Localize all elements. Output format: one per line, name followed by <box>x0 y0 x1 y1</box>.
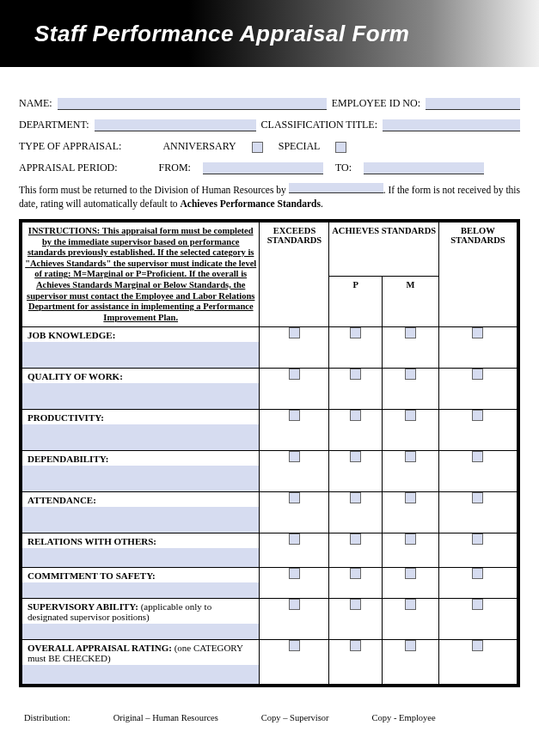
m-checkbox[interactable] <box>405 369 416 380</box>
department-label: DEPARTMENT: <box>19 119 89 131</box>
distribution-row: Distribution: Original – Human Resources… <box>0 687 539 740</box>
to-input[interactable] <box>364 162 484 174</box>
exceeds-checkbox[interactable] <box>289 492 300 503</box>
distribution-b: Copy – Supervisor <box>261 713 329 722</box>
below-checkbox[interactable] <box>472 599 483 610</box>
row-name: NAME: EMPLOYEE ID NO: <box>19 97 520 110</box>
category-title: OVERALL APPRAISAL RATING: <box>28 643 172 653</box>
category-title: RELATIONS WITH OTHERS: <box>28 536 156 546</box>
exceeds-checkbox[interactable] <box>289 568 300 579</box>
exceeds-checkbox[interactable] <box>289 327 300 338</box>
checkbox-cell <box>260 451 329 492</box>
p-checkbox[interactable] <box>350 327 361 338</box>
rating-row: COMMITMENT TO SAFETY: <box>21 568 518 599</box>
comment-field[interactable] <box>22 466 259 491</box>
special-checkbox[interactable] <box>335 142 346 153</box>
distribution-c: Copy - Employee <box>372 713 436 722</box>
checkbox-cell <box>329 599 383 640</box>
category-title: PRODUCTIVITY: <box>28 412 104 423</box>
below-checkbox[interactable] <box>472 369 483 380</box>
rating-row: RELATIONS WITH OTHERS: <box>21 533 518 568</box>
instructions-text: INSTRUCTIONS: This appraisal form must b… <box>25 226 256 322</box>
m-checkbox[interactable] <box>405 492 416 503</box>
comment-field[interactable] <box>22 624 259 639</box>
employee-id-input[interactable] <box>426 98 520 110</box>
classification-input[interactable] <box>383 119 520 131</box>
exceeds-checkbox[interactable] <box>289 640 300 651</box>
below-checkbox[interactable] <box>472 533 483 545</box>
anniversary-checkbox[interactable] <box>252 142 263 153</box>
below-checkbox[interactable] <box>472 410 483 421</box>
p-checkbox[interactable] <box>350 568 361 579</box>
comment-field[interactable] <box>22 383 259 409</box>
checkbox-cell <box>438 410 518 451</box>
m-checkbox[interactable] <box>405 640 416 651</box>
m-checkbox[interactable] <box>405 327 416 338</box>
m-checkbox[interactable] <box>405 451 416 462</box>
to-label: TO: <box>335 162 352 174</box>
rating-row: JOB KNOWLEDGE: <box>21 327 518 369</box>
checkbox-cell <box>260 533 329 568</box>
m-checkbox[interactable] <box>405 533 416 545</box>
p-checkbox[interactable] <box>350 492 361 503</box>
exceeds-checkbox[interactable] <box>289 369 300 380</box>
name-input[interactable] <box>58 98 327 110</box>
category-cell: ATTENDANCE: <box>21 492 260 533</box>
category-cell: COMMITMENT TO SAFETY: <box>21 568 260 599</box>
m-checkbox[interactable] <box>405 599 416 610</box>
below-checkbox[interactable] <box>472 451 483 462</box>
checkbox-cell <box>260 369 329 410</box>
checkbox-cell <box>438 492 518 533</box>
category-title: QUALITY OF WORK: <box>28 371 123 381</box>
exceeds-checkbox[interactable] <box>289 599 300 610</box>
department-input[interactable] <box>95 119 256 131</box>
exceeds-checkbox[interactable] <box>289 533 300 545</box>
checkbox-cell <box>260 410 329 451</box>
p-checkbox[interactable] <box>350 533 361 545</box>
exceeds-checkbox[interactable] <box>289 410 300 421</box>
header-p: P <box>329 276 383 327</box>
comment-field[interactable] <box>22 424 259 450</box>
comment-field[interactable] <box>22 507 259 533</box>
p-checkbox[interactable] <box>350 410 361 421</box>
p-checkbox[interactable] <box>350 640 361 651</box>
m-checkbox[interactable] <box>405 410 416 421</box>
category-title: DEPENDABILITY: <box>28 454 108 464</box>
comment-field[interactable] <box>22 548 259 567</box>
below-checkbox[interactable] <box>472 492 483 503</box>
below-checkbox[interactable] <box>472 327 483 338</box>
from-input[interactable] <box>203 162 323 174</box>
return-note: This form must be returned to the Divisi… <box>19 183 520 210</box>
checkbox-cell <box>383 599 439 640</box>
checkbox-cell <box>329 369 383 410</box>
checkbox-cell <box>329 533 383 568</box>
p-checkbox[interactable] <box>350 369 361 380</box>
category-cell: JOB KNOWLEDGE: <box>21 327 260 369</box>
classification-label: CLASSIFICATION TITLE: <box>261 119 377 131</box>
checkbox-cell <box>260 327 329 369</box>
comment-field[interactable] <box>22 665 259 684</box>
p-checkbox[interactable] <box>350 599 361 610</box>
below-checkbox[interactable] <box>472 640 483 651</box>
category-title: ATTENDANCE: <box>28 495 96 505</box>
rating-matrix: INSTRUCTIONS: This appraisal form must b… <box>19 219 520 687</box>
deadline-input[interactable] <box>289 183 383 193</box>
checkbox-cell <box>260 492 329 533</box>
row-period: APPRAISAL PERIOD: FROM: TO: <box>19 162 520 174</box>
m-checkbox[interactable] <box>405 568 416 579</box>
p-checkbox[interactable] <box>350 451 361 462</box>
comment-field[interactable] <box>22 342 259 368</box>
special-label: SPECIAL <box>279 140 321 153</box>
checkbox-cell <box>329 451 383 492</box>
exceeds-checkbox[interactable] <box>289 451 300 462</box>
checkbox-cell <box>260 640 329 686</box>
checkbox-cell <box>383 640 439 686</box>
category-title: JOB KNOWLEDGE: <box>28 330 115 340</box>
checkbox-cell <box>438 327 518 369</box>
comment-field[interactable] <box>22 582 259 598</box>
checkbox-cell <box>383 410 439 451</box>
checkbox-cell <box>329 492 383 533</box>
header-exceeds: EXCEEDS STANDARDS <box>260 221 329 327</box>
page-title: Staff Performance Appraisal Form <box>34 21 409 47</box>
below-checkbox[interactable] <box>472 568 483 579</box>
